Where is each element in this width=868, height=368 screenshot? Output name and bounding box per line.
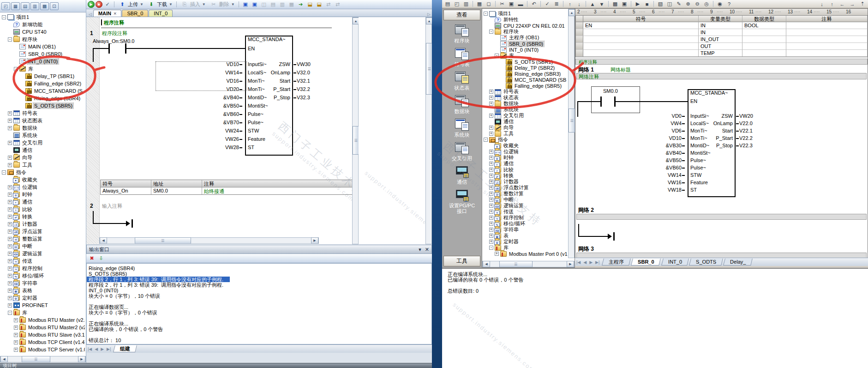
expand-icon[interactable]: + [8,185,12,189]
delete-button[interactable]: ✂删除▼ [208,1,236,8]
expand-icon[interactable]: + [489,228,493,232]
var-table-row[interactable]: ENINBOOL [576,22,868,29]
last-tab-icon[interactable]: ▶| [594,260,601,265]
clear-output-icon[interactable]: ✖ [88,254,96,262]
scroll-thumb[interactable]: ☰ [499,261,533,267]
document-icon[interactable]: ▤ [21,2,30,10]
pou-comment-bar[interactable]: 程序注释 [575,59,868,65]
sidebar-item-status-chart[interactable]: 状态表 [442,69,482,92]
tree-item[interactable]: Rising_edge (SBR3) [483,71,568,77]
print-preview-icon[interactable]: ◻ [485,0,493,8]
contact-label[interactable]: Always_On:SM0.0 [93,38,134,44]
var-table-row[interactable]: TEMP [576,50,868,57]
tree-item[interactable]: Falling_edge (SBR2) [1,80,85,87]
tree-item[interactable]: +≈通信 [1,198,85,205]
tree-item[interactable]: +Modbus Master Port 0 (v1.2 [483,251,568,257]
input-operand[interactable]: VW16 [658,180,685,185]
expand-icon[interactable]: + [489,114,493,118]
forward-icon[interactable]: ➔ [297,0,305,8]
collapse-icon[interactable]: - [8,311,12,315]
expand-icon[interactable]: + [8,252,12,256]
contact-label[interactable]: SM0.0 [603,88,618,94]
tree-item[interactable]: +⇄转换 [1,213,85,220]
undo-icon[interactable]: ↶ [530,0,538,8]
input-operand[interactable]: VW14 [658,172,685,178]
tree-item[interactable]: S_ODTS (SBR1) [483,59,568,65]
tree-item[interactable]: Falling_edge (SBR5) [483,83,568,89]
output-operand[interactable]: V32.3 [293,95,310,100]
input-operand[interactable]: &VB60 [658,165,685,170]
line-up-icon[interactable]: ⇡ [858,0,867,8]
tree-item[interactable]: 系统块 [483,107,568,113]
scroll-right-icon[interactable]: ▶ [311,237,318,244]
tree-item[interactable]: -项目1 [1,13,85,21]
expand-icon[interactable]: + [489,156,493,160]
contact-left-bar[interactable] [600,97,602,107]
expand-icon[interactable]: + [489,90,493,94]
tree-item[interactable]: +Θ定时器 [1,294,85,302]
grid-icon[interactable]: ▦ [11,2,20,10]
scroll-left-icon[interactable]: ◀ [483,261,490,267]
tree-item[interactable]: +⇒传送 [1,257,85,265]
open-icon[interactable]: ◰ [453,0,461,8]
sidebar-item-communications[interactable]: 通信 [442,163,482,187]
ladder-editor-main[interactable]: 程序注释 1 程序段注释 Always_On:SM0.0 MCC_STANDA~… [86,17,353,244]
output-operand[interactable]: V22.2 [736,135,753,141]
bookmark-next-icon[interactable]: ▣ [251,0,259,8]
bookmark-icon[interactable]: ▣ [620,0,629,8]
copy-icon[interactable]: ▣ [507,0,515,8]
tree-item[interactable]: -项目1 [483,11,568,17]
tree-item[interactable]: +向导 [1,154,85,161]
tree-item[interactable]: +⊙时钟 [1,191,85,198]
help-icon[interactable]: ? [725,0,733,8]
next-tab-icon[interactable]: ▶ [99,347,105,351]
expand-icon[interactable]: + [489,180,493,184]
tree-item[interactable]: 主程序 (OB1) [483,35,568,41]
tree-item[interactable]: -库 [483,245,568,251]
write-icon[interactable]: ✎ [675,0,683,8]
tree-item[interactable]: +IOI逻辑运算 [1,250,85,257]
tab-scroll-left-icon[interactable]: ◁ [87,12,93,17]
tree-item[interactable]: +符号表 [483,89,568,95]
first-tab-icon[interactable]: |◀ [86,347,93,351]
unforce-icon[interactable]: ⊖ [693,0,701,8]
lock-icon[interactable]: ⬓ [306,0,314,8]
expand-icon[interactable]: + [8,266,12,271]
compile-all-icon[interactable]: ≣ [552,0,561,8]
tree-item[interactable]: SBR_0 (SBR0) [1,50,85,58]
tree-item[interactable]: +Modbus RTU Slave (v3.1) [1,331,85,338]
sidebar-item-set-pg-pc-interface[interactable]: 设置PG/PC 接口 [442,187,482,216]
expand-icon[interactable]: + [8,163,12,167]
scroll-left-icon[interactable]: ◀ [100,237,107,244]
tree-hscrollbar[interactable]: ◀ ☰ ▶ [0,356,86,362]
zoom-icon[interactable]: ◉ [716,0,724,8]
tree-item[interactable]: +Modbus TCP Server (v1.0 [1,346,85,353]
sidebar-item-cross-reference[interactable]: 交叉引用 [442,139,482,163]
expand-icon[interactable]: + [8,244,12,248]
tree-item[interactable]: +符号表 [1,109,85,117]
expand-icon[interactable]: + [489,234,493,238]
collapse-icon[interactable]: - [484,138,488,142]
tab-sbr_0[interactable]: SBR_0 [122,10,148,17]
expand-icon[interactable]: + [8,222,12,226]
tree-item[interactable]: CPU ST40 [1,28,85,36]
run-icon[interactable]: ▶ [88,1,95,8]
options-icon[interactable]: ▩ [611,0,619,8]
expand-icon[interactable]: + [8,289,12,293]
expand-icon[interactable]: + [489,198,493,202]
expand-icon[interactable]: + [8,200,12,204]
tree-item[interactable]: +↪程序控制 [1,265,85,272]
sort-desc-icon[interactable]: ▼ [598,0,606,8]
tree-item[interactable]: -指令 [1,169,85,176]
tree-item[interactable]: MAIN (OB1) [1,43,85,50]
network1-comment-bar[interactable]: 网络注释 [576,73,867,79]
pan-down-icon[interactable]: ↓ [818,0,826,8]
tree-item[interactable]: +数据块 [1,124,85,132]
input-operand[interactable]: &VB50 [658,157,685,163]
input-operand[interactable]: VW18 [658,187,685,193]
expand-icon[interactable]: + [14,340,18,344]
tree-item[interactable]: ?新特性 [483,17,568,23]
tab-INT_0[interactable]: INT_0 [661,259,689,265]
compile-icon[interactable]: ✓ [103,0,112,8]
upload-button[interactable]: ⬆上传▼ [117,1,145,8]
